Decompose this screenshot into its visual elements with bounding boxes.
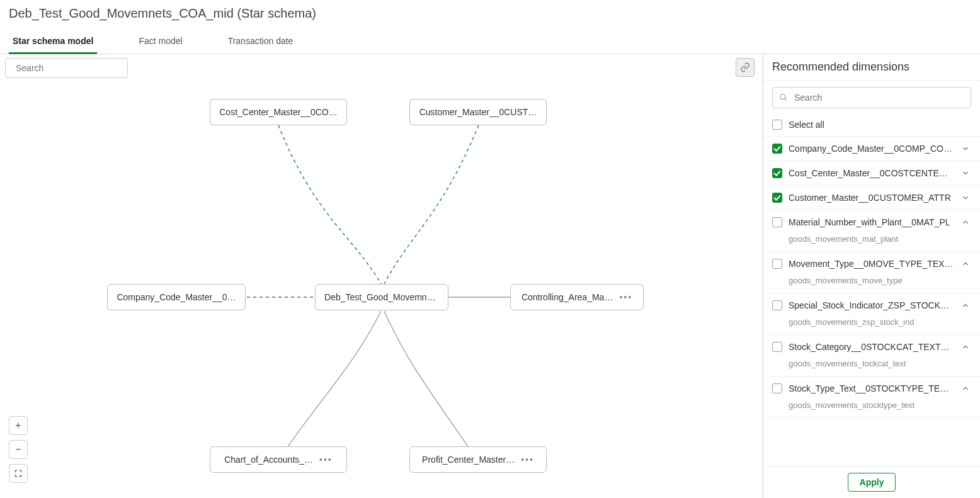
zoom-out-button[interactable]: − [9,440,28,459]
node-menu-icon[interactable]: ••• [319,455,333,465]
dimension-label: Stock_Type_Text__0STOCKTYPE_TEXT_T [789,383,954,393]
node-label: Cost_Center_Master__0CO… [219,107,338,117]
zoom-controls: + − [9,416,28,483]
canvas-search[interactable] [5,58,128,78]
node-center-fact[interactable]: Deb_Test_Good_Movemnet… [315,284,448,310]
dimension-checkbox[interactable] [772,259,782,269]
dimension-row[interactable]: Stock_Type_Text__0STOCKTYPE_TEXT_T [772,383,971,394]
dimension-item: Special_Stock_Indicator_ZSP_STOCK_INIgoo… [763,293,980,335]
dimension-row[interactable]: Movement_Type__0MOVE_TYPE_TEXT_T [772,258,971,269]
chevron-up-icon[interactable] [960,258,971,269]
edge-layer [0,53,762,498]
node-customer-master[interactable]: Customer_Master__0CUST… [409,99,547,125]
node-company-code-master[interactable]: Company_Code_Master__0… [107,284,246,310]
dimension-sublabel: goods_movements_mat_plant [772,228,971,245]
chevron-up-icon[interactable] [960,383,971,394]
svg-line-3 [785,99,787,101]
tab-bar: Star schema modelFact modelTransaction d… [0,30,980,54]
dimension-checkbox[interactable] [772,300,782,310]
panel-title: Recommended dimensions [763,53,980,81]
zoom-in-button[interactable]: + [9,416,28,435]
node-label: Deb_Test_Good_Movemnet… [324,292,439,302]
node-menu-icon[interactable]: ••• [521,455,534,465]
dimension-label: Movement_Type__0MOVE_TYPE_TEXT_T [789,259,954,269]
link-icon [740,62,750,72]
chevron-down-icon[interactable] [960,143,971,154]
node-profit-center-master[interactable]: Profit_Center_Master… ••• [409,446,547,473]
dimension-row[interactable]: Cost_Center_Master__0COSTCENTER_AT [772,167,971,179]
dimension-sublabel: goods_movements_stocktype_text [772,394,971,411]
dimension-label: Cost_Center_Master__0COSTCENTER_AT [789,168,954,178]
canvas-search-input[interactable] [14,62,127,74]
panel-footer: Apply [763,466,980,498]
dimension-item: Company_Code_Master__0COMP_CODE_ [763,137,980,161]
select-all-row[interactable]: Select all [763,115,980,136]
chevron-down-icon[interactable] [960,192,971,203]
link-toggle-button[interactable] [736,58,755,77]
dimension-item: Material_Number_with_Plant__0MAT_PLgoods… [763,210,980,252]
recommendations-panel: Recommended dimensions Select all Compan… [763,53,980,498]
node-controlling-area[interactable]: Controlling_Area_Ma… ••• [510,284,644,310]
dimension-row[interactable]: Special_Stock_Indicator_ZSP_STOCK_INI [772,300,971,311]
select-all-label: Select all [789,120,824,130]
dimension-row[interactable]: Company_Code_Master__0COMP_CODE_ [772,143,971,154]
fullscreen-icon [14,469,23,478]
tab-star-schema-model[interactable]: Star schema model [9,30,97,54]
schema-canvas[interactable]: Cost_Center_Master__0CO… Customer_Master… [0,53,763,498]
dimension-item: Customer_Master__0CUSTOMER_ATTR [763,186,980,210]
chevron-down-icon[interactable] [960,167,971,179]
dimension-sublabel: goods_movements_zsp_stock_ind [772,311,971,328]
dimension-sublabel: goods_movements_move_type [772,269,971,286]
node-cost-center-master[interactable]: Cost_Center_Master__0CO… [210,99,347,125]
select-all-checkbox[interactable] [772,120,782,130]
dimension-checkbox[interactable] [772,342,782,352]
node-label: Profit_Center_Master… [422,455,515,465]
dimension-row[interactable]: Customer_Master__0CUSTOMER_ATTR [772,192,971,203]
dimension-checkbox[interactable] [772,217,782,227]
panel-search-input[interactable] [793,92,964,103]
dimension-item: Stock_Category__0STOCKCAT_TEXT_TEgoods_m… [763,335,980,376]
node-chart-of-accounts[interactable]: Chart_of_Accounts_… ••• [210,446,347,473]
dimension-list[interactable]: Company_Code_Master__0COMP_CODE_Cost_Cen… [763,136,980,466]
panel-search[interactable] [772,87,971,108]
node-label: Company_Code_Master__0… [117,292,236,302]
dimension-checkbox[interactable] [772,168,782,178]
svg-point-2 [780,94,785,99]
chevron-up-icon[interactable] [960,217,971,228]
dimension-item: Stock_Type_Text__0STOCKTYPE_TEXT_Tgoods_… [763,376,980,418]
chevron-up-icon[interactable] [960,300,971,311]
node-label: Controlling_Area_Ma… [521,292,613,302]
dimension-label: Customer_Master__0CUSTOMER_ATTR [789,193,954,203]
node-label: Customer_Master__0CUST… [419,107,537,117]
dimension-item: Cost_Center_Master__0COSTCENTER_AT [763,161,980,186]
plus-icon: + [15,420,21,431]
tab-fact-model[interactable]: Fact model [135,30,186,54]
dimension-sublabel: goods_movements_tockcat_text [772,353,971,370]
tab-transaction-date[interactable]: Transaction date [224,30,297,54]
dimension-label: Stock_Category__0STOCKCAT_TEXT_TE [789,342,954,352]
minus-icon: − [15,444,21,455]
dimension-item: Movement_Type__0MOVE_TYPE_TEXT_Tgoods_mo… [763,252,980,293]
dimension-label: Material_Number_with_Plant__0MAT_PL [789,217,954,227]
node-label: Chart_of_Accounts_… [224,455,313,465]
dimension-row[interactable]: Material_Number_with_Plant__0MAT_PL [772,217,971,228]
fullscreen-button[interactable] [9,464,28,483]
apply-button[interactable]: Apply [848,473,896,492]
node-menu-icon[interactable]: ••• [619,292,632,302]
dimension-checkbox[interactable] [772,144,782,154]
dimension-label: Special_Stock_Indicator_ZSP_STOCK_INI [789,300,954,310]
page-title: Deb_Test_Good_Movemnets_COA_mid (Star sc… [9,6,971,21]
chevron-up-icon[interactable] [960,341,971,353]
dimension-label: Company_Code_Master__0COMP_CODE_ [789,144,954,154]
search-icon [779,93,788,102]
dimension-checkbox[interactable] [772,193,782,203]
dimension-row[interactable]: Stock_Category__0STOCKCAT_TEXT_TE [772,341,971,353]
page-header: Deb_Test_Good_Movemnets_COA_mid (Star sc… [0,0,980,21]
dimension-checkbox[interactable] [772,383,782,393]
